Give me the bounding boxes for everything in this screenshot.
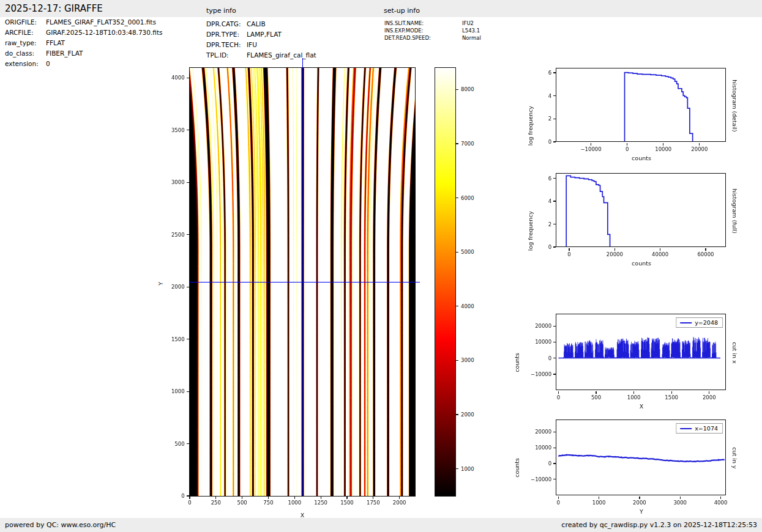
x-tick-mark: [268, 497, 269, 499]
y-tick-label: 20000: [535, 323, 551, 329]
x-tick-mark: [660, 248, 660, 251]
type-info-value: LAMP,FLAT: [247, 31, 282, 38]
x-tick-mark: [242, 497, 242, 499]
y-tick-label: 4000: [171, 75, 185, 81]
y-tick-label: 0: [548, 244, 551, 250]
y-tick-label: 1000: [171, 388, 185, 394]
y-tick-mark: [187, 130, 189, 130]
hist-full-canvas: [557, 174, 726, 247]
x-tick-label: 500: [591, 394, 601, 401]
x-tick-label: 0: [557, 394, 560, 401]
x-tick-label: 4000: [714, 500, 728, 506]
colorbar-tick-mark: [456, 198, 458, 198]
y-tick-mark: [187, 495, 189, 496]
x-tick-mark: [699, 143, 700, 146]
colorbar-tick-mark: [456, 252, 458, 253]
x-tick-label: 1500: [340, 500, 354, 506]
y-tick-mark: [187, 78, 189, 78]
y-tick-mark: [553, 95, 556, 96]
colorbar-tick-mark: [456, 468, 458, 469]
y-tick-mark: [187, 391, 189, 392]
x-axis-label: X: [301, 512, 305, 519]
y-tick-label: 3500: [171, 127, 185, 133]
x-tick-mark: [591, 143, 591, 146]
x-tick-mark: [671, 391, 672, 394]
x-tick-mark: [558, 497, 559, 499]
y-tick-mark: [553, 201, 556, 201]
y-tick-mark: [553, 119, 556, 119]
x-tick-label: 0: [567, 251, 570, 257]
setup-info-row: DET.READ.SPEED: Normal: [384, 35, 481, 41]
y-tick-mark: [187, 287, 189, 287]
x-tick-label: 1750: [367, 500, 380, 506]
x-axis-label: counts: [632, 260, 651, 267]
x-tick-mark: [294, 497, 295, 499]
x-tick-mark: [346, 497, 347, 499]
file-info-row: do_class: FIBER_FLAT: [5, 50, 83, 57]
x-axis-label: X: [640, 403, 644, 410]
y-tick-label: 1500: [171, 336, 185, 342]
y-tick-label: 500: [174, 441, 184, 447]
y-axis-label: counts: [514, 458, 520, 478]
x-tick-mark: [709, 391, 709, 394]
setup-info-value: L543.1: [462, 28, 480, 34]
y-tick-label: 4: [548, 93, 551, 99]
type-info-heading: type info: [206, 7, 236, 15]
x-tick-label: 1000: [592, 500, 606, 506]
y-tick-label: 10000: [535, 445, 551, 451]
file-info-value: GIRAF.2025-12-18T10:03:48.730.fits: [46, 29, 163, 36]
file-info-label: ARCFILE:: [5, 29, 46, 36]
x-tick-label: 60000: [697, 251, 714, 257]
y-tick-mark: [553, 178, 556, 179]
y-tick-mark: [187, 182, 189, 183]
x-tick-mark: [215, 497, 216, 499]
type-info-value: FLAMES_giraf_cal_flat: [247, 51, 316, 59]
legend: y=2048: [676, 317, 723, 328]
legend-label: y=2048: [695, 319, 718, 326]
y-tick-mark: [187, 234, 189, 235]
y-tick-label: 3000: [171, 179, 185, 185]
file-info-value: FFLAT: [46, 39, 65, 46]
y-tick-label: −10000: [531, 476, 551, 482]
y-tick-label: 2: [548, 221, 551, 227]
y-tick-label: 20000: [535, 429, 551, 435]
y-tick-label: 4: [548, 198, 551, 204]
file-info-row: raw_type: FFLAT: [5, 39, 65, 46]
y-tick-label: 2500: [171, 232, 185, 238]
page-title: 2025-12-17: GIRAFFE: [5, 3, 103, 14]
y-tick-mark: [553, 432, 556, 432]
x-tick-mark: [399, 497, 400, 499]
crosshair-right-extension: [415, 282, 420, 283]
colorbar-tick-mark: [456, 143, 458, 144]
type-info-row: DPR.TECH: IFU: [206, 41, 257, 48]
colorbar-tick-label: 3000: [461, 357, 474, 363]
y-tick-label: 2000: [171, 284, 185, 290]
legend-line-sample: [680, 428, 692, 429]
file-info-label: ORIGFILE:: [5, 18, 46, 26]
x-tick-mark: [627, 143, 627, 146]
x-tick-mark: [614, 248, 615, 251]
x-tick-label: 2000: [703, 394, 716, 401]
x-tick-label: 1000: [288, 500, 301, 506]
setup-info-row: INS.SLIT.NAME: IFU2: [384, 20, 474, 26]
x-tick-label: 1250: [314, 500, 327, 506]
type-info-row: DPR.CATG: CALIB: [206, 20, 266, 28]
x-tick-label: 750: [263, 500, 273, 506]
x-tick-mark: [680, 497, 681, 499]
file-info-row: ARCFILE: GIRAF.2025-12-18T10:03:48.730.f…: [5, 29, 163, 36]
colorbar-tick-label: 1000: [461, 466, 474, 472]
crosshair-top-extension: [302, 58, 303, 68]
y-tick-mark: [553, 342, 556, 342]
side-label: cut in x: [731, 342, 738, 363]
side-label: cut in y: [731, 447, 738, 468]
setup-info-label: INS.SLIT.NAME:: [384, 20, 462, 26]
y-axis-label: log frequency: [527, 106, 534, 146]
file-info-label: extension:: [5, 60, 46, 67]
colorbar-tick-mark: [456, 89, 458, 90]
legend-label: x=1074: [695, 425, 718, 432]
colorbar-tick-label: 7000: [461, 141, 474, 147]
y-tick-label: 6: [548, 175, 551, 182]
x-tick-label: 0: [557, 500, 560, 506]
y-tick-mark: [553, 326, 556, 327]
y-tick-mark: [553, 448, 556, 448]
